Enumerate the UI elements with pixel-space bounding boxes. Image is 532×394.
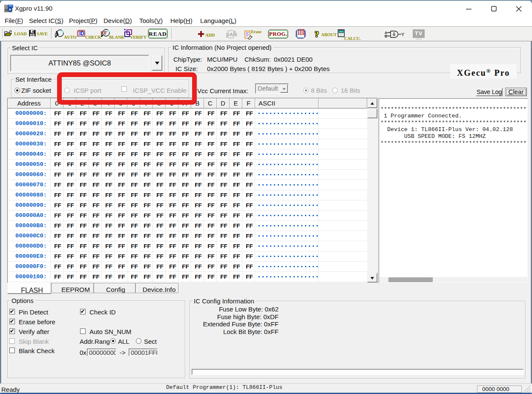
svg-text:Y: Y (401, 32, 405, 37)
svg-text:F: F (101, 30, 104, 36)
svg-text:B: B (385, 34, 387, 38)
svg-text:F: F (104, 29, 107, 36)
svg-text:ID: ID (79, 31, 84, 37)
svg-text:RAM: RAM (226, 32, 237, 37)
svg-text:A: A (55, 30, 59, 37)
svg-text:&: & (393, 32, 396, 37)
